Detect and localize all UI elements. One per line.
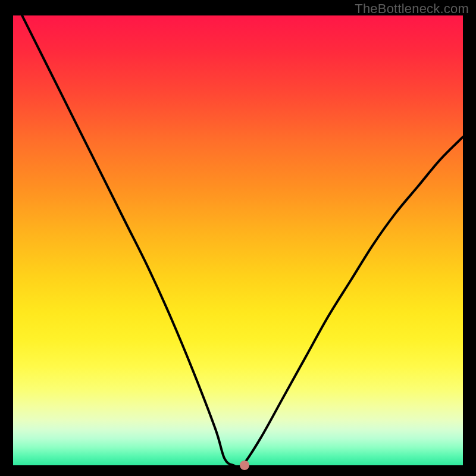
bottleneck-curve	[13, 15, 463, 465]
watermark-text: TheBottleneck.com	[355, 1, 469, 17]
curve-path	[13, 0, 463, 468]
chart-frame: TheBottleneck.com	[0, 0, 476, 476]
optimal-point-marker	[240, 461, 249, 470]
chart-plot-area	[13, 15, 463, 465]
